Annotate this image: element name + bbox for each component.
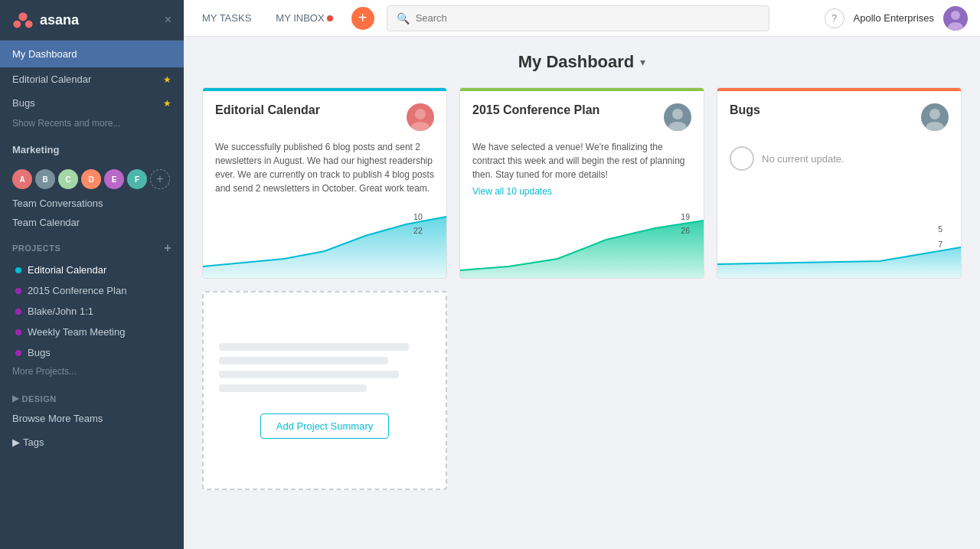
- card-avatar-editorial[interactable]: [407, 103, 434, 131]
- card-chart-editorial: 10 22: [203, 209, 446, 278]
- sidebar: asana × My Dashboard Editorial Calendar …: [0, 0, 184, 549]
- svg-text:22: 22: [413, 227, 423, 235]
- main-content: MY TASKS MY INBOX + 🔍 ? Apollo Enterpris…: [184, 0, 980, 549]
- topbar: MY TASKS MY INBOX + 🔍 ? Apollo Enterpris…: [184, 0, 980, 37]
- svg-point-3: [951, 11, 960, 20]
- sidebar-item-bugs[interactable]: Bugs ★: [0, 91, 184, 115]
- svg-text:7: 7: [938, 240, 942, 249]
- card-title-editorial: Editorial Calendar: [215, 103, 320, 117]
- card-content-bugs: Bugs No current update.: [717, 91, 961, 209]
- add-card-skeleton: [219, 343, 430, 398]
- card-avatar-conference[interactable]: [664, 103, 691, 131]
- svg-point-5: [415, 109, 426, 119]
- skeleton-line-1: [219, 343, 409, 351]
- card-text-conference: We have selected a venue! We're finalizi…: [472, 140, 691, 181]
- chart-svg-bugs: 5 7: [717, 209, 961, 278]
- project-item-conference-plan[interactable]: 2015 Conference Plan: [0, 280, 184, 301]
- add-team-member-button[interactable]: +: [150, 169, 170, 189]
- team-avatar-6[interactable]: F: [127, 169, 147, 189]
- sidebar-item-editorial-calendar[interactable]: Editorial Calendar ★: [0, 67, 184, 91]
- design-section-label[interactable]: ▶ DESIGN: [12, 394, 172, 404]
- svg-point-11: [668, 122, 687, 131]
- card-avatar-photo-bugs: [921, 103, 949, 131]
- dashboard-title-row: My Dashboard ▾: [202, 52, 962, 72]
- view-updates-link[interactable]: View all 10 updates: [472, 186, 691, 197]
- card-content-conference: 2015 Conference Plan We have selected a …: [460, 91, 704, 209]
- marketing-team-label[interactable]: Marketing: [12, 141, 172, 158]
- card-avatar-photo-editorial: [407, 103, 434, 131]
- logo-text: asana: [40, 12, 79, 28]
- collapse-arrow-icon: ▶: [12, 394, 19, 404]
- add-project-card: Add Project Summary: [202, 291, 447, 490]
- card-chart-conference: 19 26: [460, 209, 704, 278]
- design-section: ▶ DESIGN: [0, 384, 184, 408]
- add-project-icon[interactable]: +: [164, 241, 172, 255]
- dashboard-area: My Dashboard ▾ Editorial Calendar: [184, 37, 980, 549]
- team-avatar-5[interactable]: E: [104, 169, 124, 189]
- card-chart-bugs: 5 7: [717, 209, 961, 278]
- star-icon-editorial: ★: [163, 74, 172, 85]
- card-bugs: Bugs No current update.: [717, 87, 962, 279]
- search-bar[interactable]: 🔍: [387, 5, 769, 31]
- tags-section[interactable]: ▶ Tags: [0, 429, 184, 456]
- sidebar-item-my-dashboard[interactable]: My Dashboard: [0, 41, 184, 67]
- no-update-text: No current update.: [762, 153, 844, 165]
- user-avatar[interactable]: [943, 6, 968, 31]
- add-task-button[interactable]: +: [351, 7, 374, 30]
- svg-point-10: [672, 109, 683, 119]
- more-projects-link[interactable]: More Projects...: [0, 363, 184, 384]
- topbar-right: ? Apollo Enterprises: [825, 6, 969, 31]
- team-calendar-link[interactable]: Team Calendar: [0, 213, 184, 232]
- tags-arrow-icon: ▶: [12, 436, 20, 448]
- chart-svg-conference: 19 26: [460, 209, 704, 278]
- dashboard-dropdown-arrow[interactable]: ▾: [640, 56, 645, 68]
- search-input[interactable]: [416, 12, 760, 24]
- svg-point-16: [926, 122, 944, 131]
- skeleton-line-3: [219, 371, 399, 378]
- team-avatar-2[interactable]: B: [35, 169, 55, 189]
- svg-point-4: [948, 22, 963, 31]
- project-item-bugs[interactable]: Bugs: [0, 342, 184, 363]
- project-item-editorial-calendar[interactable]: Editorial Calendar: [0, 260, 184, 280]
- project-item-blake-john[interactable]: Blake/John 1:1: [0, 301, 184, 322]
- card-title-conference: 2015 Conference Plan: [472, 103, 599, 117]
- team-avatar-4[interactable]: D: [81, 169, 101, 189]
- svg-point-1: [13, 21, 21, 28]
- card-editorial-calendar: Editorial Calendar We successfully publi…: [202, 87, 447, 279]
- team-conversations-link[interactable]: Team Conversations: [0, 194, 184, 213]
- asana-logo-icon: [12, 9, 34, 31]
- search-icon: 🔍: [397, 12, 410, 25]
- card-header-conference: 2015 Conference Plan: [472, 103, 691, 131]
- chart-svg-editorial: 10 22: [203, 209, 446, 278]
- svg-point-15: [929, 109, 940, 119]
- cards-grid: Editorial Calendar We successfully publi…: [202, 87, 962, 490]
- team-avatar-1[interactable]: A: [12, 169, 32, 189]
- card-text-editorial: We successfully published 6 blog posts a…: [215, 140, 434, 195]
- close-icon[interactable]: ×: [165, 13, 172, 27]
- projects-section-header: PROJECTS +: [0, 232, 184, 260]
- team-avatar-3[interactable]: C: [58, 169, 78, 189]
- svg-marker-7: [203, 217, 446, 278]
- card-header-bugs: Bugs: [730, 103, 949, 131]
- svg-point-2: [25, 21, 33, 28]
- user-photo-icon: [943, 6, 968, 31]
- browse-teams-link[interactable]: Browse More Teams: [0, 408, 184, 429]
- skeleton-line-4: [219, 384, 367, 392]
- skeleton-line-2: [219, 357, 388, 364]
- dashboard-title: My Dashboard: [518, 52, 635, 72]
- no-update-circle-icon: [730, 146, 754, 171]
- card-avatar-bugs[interactable]: [921, 103, 949, 131]
- project-item-weekly-meeting[interactable]: Weekly Team Meeting: [0, 322, 184, 342]
- show-recents-link[interactable]: Show Recents and more...: [0, 115, 184, 136]
- card-title-bugs: Bugs: [730, 103, 760, 117]
- my-tasks-nav[interactable]: MY TASKS: [196, 9, 257, 27]
- inbox-notification-dot: [327, 15, 333, 21]
- org-name-label: Apollo Enterprises: [854, 12, 935, 24]
- help-button[interactable]: ?: [825, 8, 844, 28]
- my-inbox-nav[interactable]: MY INBOX: [270, 9, 338, 27]
- add-project-summary-button[interactable]: Add Project Summary: [260, 413, 389, 439]
- svg-text:10: 10: [413, 213, 423, 221]
- svg-point-0: [18, 12, 27, 21]
- team-avatars-row: A B C D E F +: [0, 165, 184, 194]
- star-icon-bugs: ★: [163, 98, 172, 109]
